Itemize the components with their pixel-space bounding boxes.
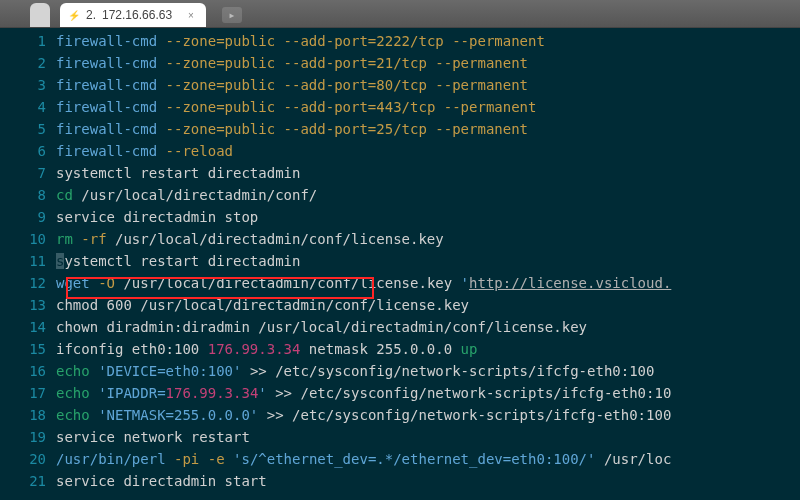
- token: /usr/local/directadmin/conf/license.key: [107, 231, 444, 247]
- token: netmask 255.0.0.0: [300, 341, 460, 357]
- new-tab-button[interactable]: ▸: [222, 7, 242, 23]
- token: >> /etc/sysconfig/network-scripts/ifcfg-…: [267, 385, 672, 401]
- code-line[interactable]: service directadmin start: [56, 470, 800, 492]
- code-line[interactable]: firewall-cmd --zone=public --add-port=25…: [56, 118, 800, 140]
- code-content[interactable]: firewall-cmd --zone=public --add-port=22…: [56, 30, 800, 500]
- code-line[interactable]: echo 'NETMASK=255.0.0.0' >> /etc/sysconf…: [56, 404, 800, 426]
- token: /usr/local/directadmin/conf/: [73, 187, 317, 203]
- token: --zone=public --add-port=21/tcp --perman…: [157, 55, 528, 71]
- code-editor[interactable]: 123456789101112131415161718192021 firewa…: [0, 28, 800, 500]
- bolt-icon: ⚡: [68, 10, 80, 21]
- code-line[interactable]: echo 'DEVICE=eth0:100' >> /etc/sysconfig…: [56, 360, 800, 382]
- tab-index: 2.: [86, 8, 96, 22]
- code-line[interactable]: service network restart: [56, 426, 800, 448]
- token: firewall-cmd: [56, 55, 157, 71]
- token: chmod 600 /usr/local/directadmin/conf/li…: [56, 297, 469, 313]
- code-line[interactable]: firewall-cmd --zone=public --add-port=44…: [56, 96, 800, 118]
- line-number: 19: [0, 426, 46, 448]
- line-number: 7: [0, 162, 46, 184]
- token: --zone=public --add-port=443/tcp --perma…: [157, 99, 536, 115]
- token: --zone=public --add-port=25/tcp --perman…: [157, 121, 528, 137]
- tab-ip: 172.16.66.63: [102, 8, 172, 22]
- code-line[interactable]: systemctl restart directadmin: [56, 250, 800, 272]
- line-number: 20: [0, 448, 46, 470]
- line-number: 9: [0, 206, 46, 228]
- token: ifconfig eth0:100: [56, 341, 208, 357]
- close-icon[interactable]: ×: [188, 10, 194, 21]
- line-number: 1: [0, 30, 46, 52]
- line-number: 14: [0, 316, 46, 338]
- token: wget: [56, 275, 90, 291]
- token: firewall-cmd: [56, 77, 157, 93]
- line-number: 2: [0, 52, 46, 74]
- line-number: 3: [0, 74, 46, 96]
- token: -pi -e: [166, 451, 225, 467]
- code-line[interactable]: firewall-cmd --reload: [56, 140, 800, 162]
- token: ': [461, 275, 469, 291]
- code-line[interactable]: echo 'IPADDR=176.99.3.34' >> /etc/syscon…: [56, 382, 800, 404]
- token: firewall-cmd: [56, 121, 157, 137]
- token: /usr/loc: [595, 451, 671, 467]
- code-line[interactable]: rm -rf /usr/local/directadmin/conf/licen…: [56, 228, 800, 250]
- token: firewall-cmd: [56, 33, 157, 49]
- token: 'DEVICE=eth0:100': [98, 363, 241, 379]
- line-number: 5: [0, 118, 46, 140]
- token: echo: [56, 363, 90, 379]
- token: firewall-cmd: [56, 99, 157, 115]
- code-line[interactable]: firewall-cmd --zone=public --add-port=21…: [56, 52, 800, 74]
- code-line[interactable]: chown diradmin:diradmin /usr/local/direc…: [56, 316, 800, 338]
- line-number: 12: [0, 272, 46, 294]
- token: -O: [90, 275, 115, 291]
- code-line[interactable]: chmod 600 /usr/local/directadmin/conf/li…: [56, 294, 800, 316]
- token: --zone=public --add-port=2222/tcp --perm…: [157, 33, 545, 49]
- token: rm: [56, 231, 73, 247]
- code-line[interactable]: ifconfig eth0:100 176.99.3.34 netmask 25…: [56, 338, 800, 360]
- code-line[interactable]: firewall-cmd --zone=public --add-port=22…: [56, 30, 800, 52]
- token: http://license.vsicloud.: [469, 275, 671, 291]
- tab-bar: ⚡ 2. 172.16.66.63 × ▸: [0, 0, 800, 28]
- code-line[interactable]: cd /usr/local/directadmin/conf/: [56, 184, 800, 206]
- line-number: 15: [0, 338, 46, 360]
- line-number: 21: [0, 470, 46, 492]
- code-line[interactable]: /usr/bin/perl -pi -e 's/^ethernet_dev=.*…: [56, 448, 800, 470]
- plus-icon: ▸: [228, 8, 235, 22]
- line-number-gutter: 123456789101112131415161718192021: [0, 30, 56, 500]
- token: >> /etc/sysconfig/network-scripts/ifcfg-…: [258, 407, 671, 423]
- line-number: 8: [0, 184, 46, 206]
- token: [225, 451, 233, 467]
- token: >> /etc/sysconfig/network-scripts/ifcfg-…: [241, 363, 654, 379]
- line-number: 6: [0, 140, 46, 162]
- token: service directadmin stop: [56, 209, 258, 225]
- token: systemctl restart directadmin: [56, 165, 300, 181]
- token: --zone=public --add-port=80/tcp --perman…: [157, 77, 528, 93]
- token: cd: [56, 187, 73, 203]
- line-number: 4: [0, 96, 46, 118]
- token: echo: [56, 385, 90, 401]
- line-number: 10: [0, 228, 46, 250]
- token: ystemctl restart directadmin: [64, 253, 300, 269]
- token: 'IPADDR=: [98, 385, 165, 401]
- token: [90, 407, 98, 423]
- token: chown diradmin:diradmin /usr/local/direc…: [56, 319, 587, 335]
- token: service network restart: [56, 429, 250, 445]
- token: /usr/bin/perl: [56, 451, 166, 467]
- token: 176.99.3.34: [166, 385, 259, 401]
- tab-partial[interactable]: [30, 3, 50, 27]
- token: up: [461, 341, 478, 357]
- code-line[interactable]: wget -O /usr/local/directadmin/conf/lice…: [56, 272, 800, 294]
- line-number: 16: [0, 360, 46, 382]
- tab-server[interactable]: ⚡ 2. 172.16.66.63 ×: [60, 3, 206, 27]
- token: 176.99.3.34: [208, 341, 301, 357]
- token: firewall-cmd: [56, 143, 157, 159]
- token: echo: [56, 407, 90, 423]
- token: -rf: [73, 231, 107, 247]
- code-line[interactable]: systemctl restart directadmin: [56, 162, 800, 184]
- token: service directadmin start: [56, 473, 267, 489]
- token: --reload: [157, 143, 233, 159]
- code-line[interactable]: service directadmin stop: [56, 206, 800, 228]
- code-line[interactable]: firewall-cmd --zone=public --add-port=80…: [56, 74, 800, 96]
- token: 's/^ethernet_dev=.*/ethernet_dev=eth0:10…: [233, 451, 595, 467]
- token: 'NETMASK=255.0.0.0': [98, 407, 258, 423]
- line-number: 17: [0, 382, 46, 404]
- line-number: 11: [0, 250, 46, 272]
